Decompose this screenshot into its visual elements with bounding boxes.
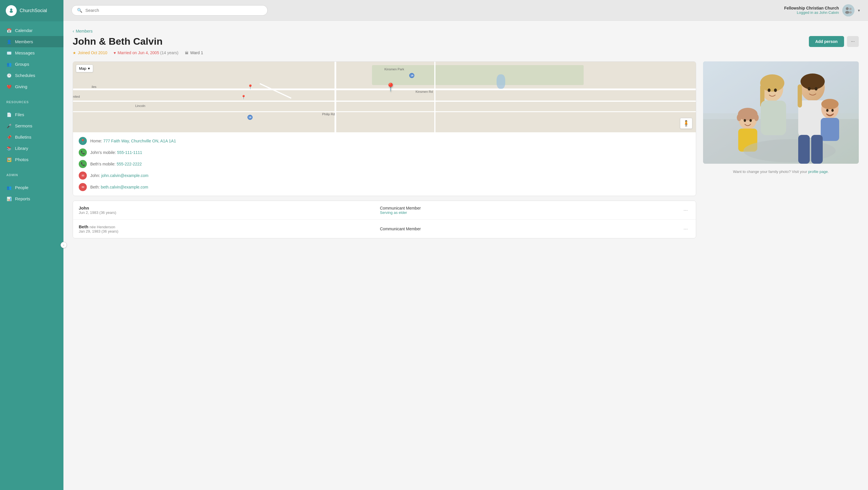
member-status-john: Communicant Member xyxy=(380,206,677,210)
page-title: John & Beth Calvin xyxy=(73,36,163,47)
sidebar-label-files: Files xyxy=(15,112,24,117)
map-card: Kinsmen Park Kinsmen Rd Lincoln Philip R… xyxy=(73,61,696,196)
sidebar-item-giving[interactable]: ❤️ Giving xyxy=(0,81,63,92)
beth-email-row: ✉ Beth: beth.calvin@example.com xyxy=(79,183,690,191)
svg-point-4 xyxy=(845,11,849,14)
svg-point-25 xyxy=(826,109,829,112)
bulletins-icon: 📌 xyxy=(6,135,11,139)
svg-rect-19 xyxy=(761,101,786,135)
svg-point-21 xyxy=(774,89,777,92)
resources-nav: 📄 Files 🎤 Sermons 📌 Bulletins 📚 Library … xyxy=(0,105,63,169)
more-options-button[interactable]: ··· xyxy=(847,36,859,47)
beth-mobile-value: 555-222-2222 xyxy=(117,162,142,166)
svg-point-33 xyxy=(749,119,752,122)
sidebar-item-people[interactable]: 👥 People xyxy=(0,182,63,193)
avatar[interactable] xyxy=(842,4,855,17)
sidebar-label-people: People xyxy=(15,185,29,190)
member-role-john: Serving as elder xyxy=(380,210,677,215)
photo-caption: Want to change your family photo? Visit … xyxy=(703,167,859,176)
people-icon: 👥 xyxy=(6,185,11,190)
messages-icon: ✉️ xyxy=(6,51,11,55)
map-type-dropdown[interactable]: Map ▾ xyxy=(76,65,93,72)
header-right: Fellowship Christian Church Logged in as… xyxy=(784,4,860,17)
calendar-icon: 📅 xyxy=(6,28,11,33)
sidebar-logo[interactable]: ChurchSocial xyxy=(0,0,63,21)
sidebar-item-library[interactable]: 📚 Library xyxy=(0,143,63,154)
sidebar-label-members: Members xyxy=(15,39,33,44)
joined-text: Joined Oct 2010 xyxy=(78,51,107,55)
svg-rect-24 xyxy=(821,118,839,141)
right-column: Want to change your family photo? Visit … xyxy=(703,61,859,238)
dropdown-chevron-icon[interactable]: ▾ xyxy=(858,8,860,13)
breadcrumb-label: Members xyxy=(76,29,93,33)
sidebar-item-members[interactable]: 👤 Members xyxy=(0,36,63,47)
home-label: Home: xyxy=(90,139,102,143)
add-person-button[interactable]: Add person xyxy=(809,36,844,47)
member-status-col-beth: Communicant Member xyxy=(380,227,677,231)
svg-rect-18 xyxy=(798,85,802,107)
table-row: Beth née Henderson Jan 29, 1983 (36 year… xyxy=(73,220,696,238)
member-more-john[interactable]: ··· xyxy=(681,206,690,215)
sidebar-item-groups[interactable]: 👥 Groups xyxy=(0,59,63,70)
resources-section-label: RESOURCES xyxy=(0,96,63,105)
svg-point-30 xyxy=(754,114,759,121)
reports-icon: 📊 xyxy=(6,197,11,201)
map-area: Kinsmen Park Kinsmen Rd Lincoln Philip R… xyxy=(73,62,696,132)
john-phone-row: 📞 John's mobile: 555-111-1111 xyxy=(79,149,690,157)
breadcrumb-arrow-icon: ‹ xyxy=(73,29,74,33)
email-icon-beth: ✉ xyxy=(79,183,87,191)
sidebar-item-files[interactable]: 📄 Files xyxy=(0,109,63,120)
beth-email-label: Beth: xyxy=(90,185,100,189)
sidebar-label-calendar: Calendar xyxy=(15,28,33,33)
sidebar-collapse-button[interactable]: ‹ xyxy=(61,242,67,248)
giving-icon: ❤️ xyxy=(6,85,11,89)
svg-point-13 xyxy=(808,87,811,91)
member-dob-john: Jun 2, 1983 (36 years) xyxy=(79,210,375,215)
member-dob-beth: Jan 29, 1983 (36 years) xyxy=(79,229,375,233)
address-row: 📍 Home: 777 Faith Way, Churchville ON, A… xyxy=(79,137,690,145)
building-icon: 🏛 xyxy=(185,51,189,55)
avatar-image xyxy=(842,4,855,17)
search-input[interactable] xyxy=(85,8,262,13)
sidebar: ChurchSocial 📅 Calendar 👤 Members ✉️ Mes… xyxy=(0,0,63,490)
ward-text: Ward 1 xyxy=(190,51,203,55)
svg-point-32 xyxy=(744,119,746,122)
member-née-beth: née Henderson xyxy=(90,225,115,229)
member-more-beth[interactable]: ··· xyxy=(681,225,690,233)
beth-phone-row: 📞 Beth's mobile: 555-222-2222 xyxy=(79,160,690,168)
sidebar-label-giving: Giving xyxy=(15,84,27,89)
sidebar-item-photos[interactable]: 🖼️ Photos xyxy=(0,154,63,165)
table-row: John Jun 2, 1983 (36 years) Communicant … xyxy=(73,201,696,220)
sidebar-item-sermons[interactable]: 🎤 Sermons xyxy=(0,120,63,131)
beth-email-value: beth.calvin@example.com xyxy=(101,185,148,189)
sidebar-label-photos: Photos xyxy=(15,157,29,162)
sidebar-item-schedules[interactable]: 🕐 Schedules xyxy=(0,70,63,81)
search-bar[interactable]: 🔍 xyxy=(71,5,268,15)
schedules-icon: 🕐 xyxy=(6,73,11,78)
family-photo xyxy=(703,61,859,164)
profile-page-link[interactable]: profile page xyxy=(808,169,828,174)
john-email-row: ✉ John: john.calvin@example.com xyxy=(79,171,690,179)
sidebar-item-messages[interactable]: ✉️ Messages xyxy=(0,47,63,59)
breadcrumb[interactable]: ‹ Members xyxy=(73,29,859,33)
church-info: Fellowship Christian Church Logged in as… xyxy=(784,6,839,15)
sidebar-item-calendar[interactable]: 📅 Calendar xyxy=(0,25,63,36)
map-background: Kinsmen Park Kinsmen Rd Lincoln Philip R… xyxy=(73,62,696,132)
ward-meta: 🏛 Ward 1 xyxy=(185,51,203,55)
title-actions: Add person ··· xyxy=(809,36,859,47)
map-type-label: Map xyxy=(79,66,86,71)
john-email-label: John: xyxy=(90,173,100,178)
svg-rect-35 xyxy=(798,135,810,164)
sidebar-item-bulletins[interactable]: 📌 Bulletins xyxy=(0,131,63,143)
sidebar-item-reports[interactable]: 📊 Reports xyxy=(0,193,63,204)
main-nav: 📅 Calendar 👤 Members ✉️ Messages 👥 Group… xyxy=(0,21,63,96)
sidebar-label-library: Library xyxy=(15,146,28,151)
svg-point-14 xyxy=(815,87,817,91)
john-mobile-value: 555-111-1111 xyxy=(117,150,142,155)
sermons-icon: 🎤 xyxy=(6,124,11,128)
phone-icon-john: 📞 xyxy=(79,149,87,157)
streetview-button[interactable]: 🧍 xyxy=(680,118,692,129)
married-text: Married on Jun 4, 2005 (14 years) xyxy=(118,51,179,55)
sidebar-label-bulletins: Bulletins xyxy=(15,135,31,139)
members-card: John Jun 2, 1983 (36 years) Communicant … xyxy=(73,201,696,238)
